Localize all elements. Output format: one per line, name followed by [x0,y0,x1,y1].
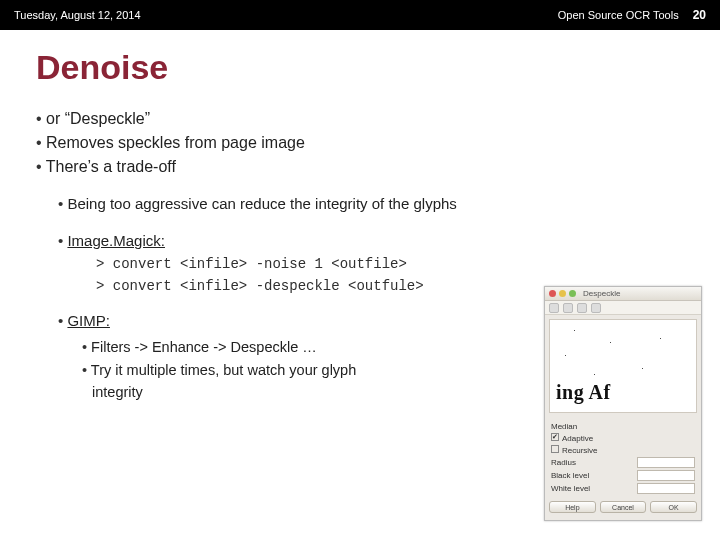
bullet-3-text: There’s a trade-off [46,158,176,175]
ok-button: OK [650,501,697,513]
bullet-2: Removes speckles from page image [36,131,684,155]
cancel-button: Cancel [600,501,647,513]
bullet-3c2-text: Try it multiple times, but watch your gl… [91,362,356,378]
dialog-toolbar [545,301,701,315]
help-button: Help [549,501,596,513]
dialog-titlebar: Despeckle [545,287,701,301]
dialog-preview: ing Af [549,319,697,413]
dialog-options: Median Adaptive Recursive Radius Black l… [545,417,701,498]
white-field [637,483,695,494]
toolbar-icon [577,303,587,313]
max-dot-icon [569,290,576,297]
dialog-title: Despeckle [583,289,620,298]
dialog-button-row: Help Cancel OK [545,498,701,517]
toolbar-icon [591,303,601,313]
black-label: Black level [551,471,589,480]
black-field [637,470,695,481]
preview-sample-text: ing Af [556,381,611,404]
toolbar-icon [563,303,573,313]
white-label: White level [551,484,590,493]
header-talk-title: Open Source OCR Tools [558,9,679,21]
imagemagick-label: Image.Magick: [67,232,165,249]
header-date: Tuesday, August 12, 2014 [14,9,141,21]
adaptive-checkbox [551,433,559,441]
adaptive-label: Adaptive [562,434,593,443]
median-label: Median [551,422,577,431]
gimp-label: GIMP: [67,312,110,329]
code-line-1: > convert <infile> -noise 1 <outfile> [96,255,684,274]
radius-field [637,457,695,468]
min-dot-icon [559,290,566,297]
recursive-checkbox [551,445,559,453]
recursive-label: Recursive [562,446,598,455]
slide-header: Tuesday, August 12, 2014 Open Source OCR… [0,0,720,30]
toolbar-icon [549,303,559,313]
bullet-1: or “Despeckle” [36,107,684,131]
slide-number: 20 [693,8,706,22]
slide-title: Denoise [36,48,684,87]
gimp-despeckle-dialog: Despeckle ing Af Median Adaptive Recursi… [544,286,702,521]
bullet-3c2b: integrity [92,384,143,400]
close-dot-icon [549,290,556,297]
bullet-3a: Being too aggressive can reduce the inte… [58,193,684,216]
radius-label: Radius [551,458,576,467]
